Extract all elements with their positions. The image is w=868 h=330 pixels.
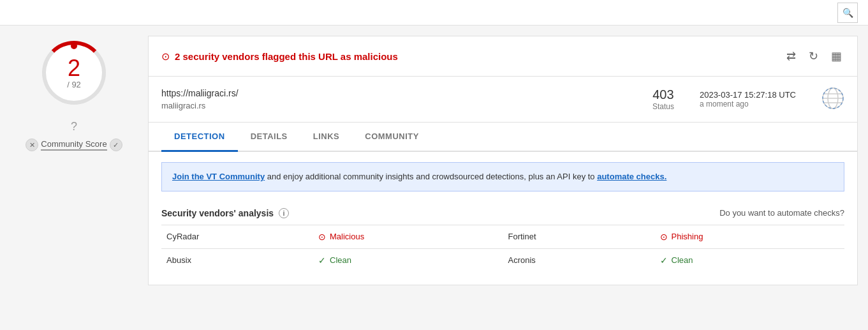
- score-number: 2: [68, 57, 80, 80]
- tab-detection[interactable]: DETECTION: [161, 123, 238, 152]
- vendor-result-3: ✓ Clean: [313, 248, 503, 272]
- compare-button[interactable]: ⇄: [784, 47, 798, 66]
- timestamp-main: 2023-03-17 15:27:18 UTC: [700, 90, 796, 100]
- url-domain: maliigraci.rs: [161, 101, 239, 110]
- top-bar: 🔍: [0, 0, 868, 26]
- malicious-label: Malicious: [330, 232, 364, 241]
- alert-icon: ⊙: [161, 50, 170, 63]
- vendor-name-2: Fortinet: [503, 225, 655, 248]
- tab-community[interactable]: COMMUNITY: [352, 123, 432, 152]
- vendors-table: CyRadar ⊙ Malicious Fortinet ⊙ Phishing: [161, 225, 844, 272]
- search-icon: 🔍: [842, 8, 853, 18]
- automate-text: Do you want to automate checks?: [719, 208, 844, 218]
- vt-community-banner: Join the VT Community and enjoy addition…: [161, 162, 844, 191]
- status-code: 403: [652, 87, 673, 102]
- phishing-icon: ⊙: [660, 232, 668, 242]
- tab-details[interactable]: DETAILS: [238, 123, 300, 152]
- result-clean-2: ✓ Clean: [660, 255, 840, 266]
- malicious-icon: ⊙: [318, 232, 326, 242]
- score-panel: 2 / 92 ? ✕ Community Score ✓: [10, 36, 138, 285]
- clean-icon-2: ✓: [660, 255, 668, 266]
- alert-row: ⊙ 2 security vendors flagged this URL as…: [161, 50, 398, 63]
- table-row: Abusix ✓ Clean Acronis ✓ Clean: [161, 248, 844, 272]
- url-meta: 403 Status 2023-03-17 15:27:18 UTC a mom…: [652, 87, 844, 112]
- clean-label-1: Clean: [330, 255, 351, 265]
- analysis-section: Security vendors' analysis i Do you want…: [149, 202, 857, 285]
- tabs-container: DETECTION DETAILS LINKS COMMUNITY: [149, 123, 857, 152]
- search-button[interactable]: 🔍: [837, 3, 858, 23]
- community-score-badges: ✕ Community Score ✓: [26, 139, 122, 151]
- vendor-name-4: Acronis: [503, 248, 655, 272]
- community-score-label: Community Score: [41, 139, 107, 151]
- content-panel: ⊙ 2 security vendors flagged this URL as…: [148, 36, 858, 285]
- vendor-result-1: ⊙ Malicious: [313, 225, 503, 248]
- url-info-row: https://maliigraci.rs/ maliigraci.rs 403…: [149, 77, 857, 123]
- score-circle: 2 / 92: [42, 41, 106, 105]
- automate-checks-link[interactable]: automate checks.: [597, 172, 666, 181]
- header-actions: ⇄ ↻ ▦: [784, 47, 844, 66]
- banner-middle-text: and enjoy additional community insights …: [265, 172, 597, 181]
- result-phishing: ⊙ Phishing: [660, 232, 840, 242]
- score-denominator: / 92: [67, 80, 81, 89]
- analysis-title-row: Security vendors' analysis i: [161, 208, 289, 218]
- status-block: 403 Status: [652, 87, 674, 111]
- clean-icon-1: ✓: [318, 255, 326, 266]
- refresh-button[interactable]: ↻: [806, 47, 821, 66]
- timestamp-relative: a moment ago: [700, 100, 796, 109]
- url-header: ⊙ 2 security vendors flagged this URL as…: [149, 36, 857, 77]
- globe-button[interactable]: [821, 87, 844, 112]
- badge-x-icon: ✕: [26, 139, 38, 151]
- clean-label-2: Clean: [672, 255, 693, 265]
- join-vt-link[interactable]: Join the VT Community: [172, 172, 265, 181]
- analysis-info-icon[interactable]: i: [279, 208, 289, 218]
- url-main: https://maliigraci.rs/: [161, 88, 239, 98]
- main-container: 2 / 92 ? ✕ Community Score ✓ ⊙ 2 securit…: [0, 26, 868, 296]
- globe-icon: [821, 87, 844, 110]
- vendor-result-2: ⊙ Phishing: [655, 225, 845, 248]
- vendor-name-3: Abusix: [161, 248, 313, 272]
- timestamp-block: 2023-03-17 15:27:18 UTC a moment ago: [700, 90, 796, 109]
- alert-text: 2 security vendors flagged this URL as m…: [175, 51, 398, 62]
- compare-icon: ⇄: [786, 50, 796, 63]
- analysis-header: Security vendors' analysis i Do you want…: [161, 202, 844, 225]
- table-row: CyRadar ⊙ Malicious Fortinet ⊙ Phishing: [161, 225, 844, 248]
- score-dot: [71, 43, 77, 49]
- tab-links[interactable]: LINKS: [300, 123, 353, 152]
- result-malicious: ⊙ Malicious: [318, 232, 498, 242]
- vendor-name-1: CyRadar: [161, 225, 313, 248]
- result-clean-1: ✓ Clean: [318, 255, 498, 266]
- status-label: Status: [652, 102, 674, 111]
- refresh-icon: ↻: [809, 50, 818, 63]
- badge-check-icon: ✓: [110, 139, 122, 151]
- score-question-mark: ?: [71, 120, 77, 133]
- url-details: https://maliigraci.rs/ maliigraci.rs: [161, 88, 239, 110]
- phishing-label: Phishing: [672, 232, 703, 241]
- vendor-result-4: ✓ Clean: [655, 248, 845, 272]
- qr-button[interactable]: ▦: [828, 47, 844, 66]
- qr-icon: ▦: [831, 50, 842, 63]
- analysis-title: Security vendors' analysis: [161, 208, 274, 218]
